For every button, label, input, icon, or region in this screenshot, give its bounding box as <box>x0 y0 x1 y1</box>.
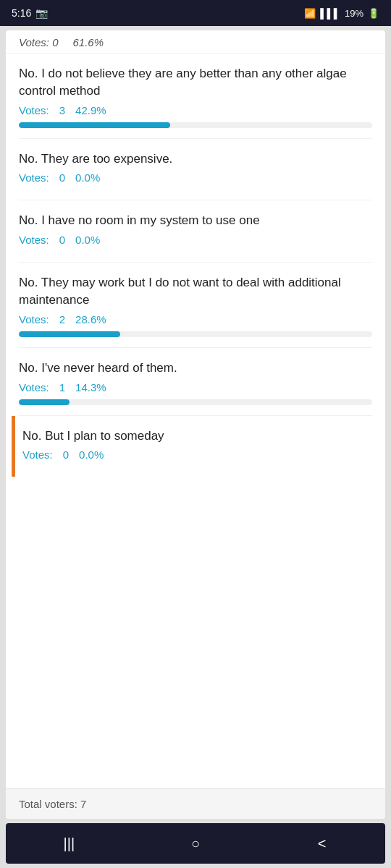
poll-options-container: No. I do not believe they are any better… <box>6 54 385 788</box>
vote-info-4: Votes: 2 28.6% <box>19 313 372 326</box>
votes-label-3: Votes: <box>19 234 49 246</box>
votes-count-5: 1 <box>59 381 65 393</box>
battery-icon: 🔋 <box>368 8 379 19</box>
camera-icon: 📷 <box>35 7 48 19</box>
poll-option-2: No. They are too expensive. Votes: 0 0.0… <box>19 139 372 201</box>
poll-option-6: No. But I plan to someday Votes: 0 0.0% <box>12 416 372 477</box>
vote-info-5: Votes: 1 14.3% <box>19 381 372 393</box>
votes-percent-6: 0.0% <box>79 448 104 461</box>
votes-count-3: 0 <box>59 234 65 246</box>
progress-bar-bg-4 <box>19 331 372 337</box>
progress-bar-fill-1 <box>19 122 170 128</box>
menu-icon[interactable]: ||| <box>51 826 86 861</box>
votes-count-1: 3 <box>59 104 65 116</box>
bottom-nav-bar: ||| ○ < <box>6 823 385 864</box>
option-text-6: No. But I plan to someday <box>22 427 372 445</box>
time-display: 5:16 <box>12 7 31 19</box>
votes-label-4: Votes: <box>19 313 49 326</box>
vote-info-2: Votes: 0 0.0% <box>19 171 372 184</box>
back-icon[interactable]: < <box>305 826 340 861</box>
home-icon[interactable]: ○ <box>178 826 213 861</box>
progress-bar-bg-5 <box>19 399 372 405</box>
votes-percent-1: 42.9% <box>75 104 106 116</box>
poll-card: Votes: 0 61.6% No. I do not believe they… <box>6 30 385 819</box>
votes-percent-4: 28.6% <box>75 313 106 326</box>
vote-info-3: Votes: 0 0.0% <box>19 234 372 246</box>
status-left: 5:16 📷 <box>12 7 48 19</box>
poll-option-4: No. They may work but I do not want to d… <box>19 263 372 348</box>
wifi-icon: 📶 <box>304 8 316 19</box>
status-bar: 5:16 📷 📶 ▌▌▌ 19% 🔋 <box>0 0 391 26</box>
option-text-5: No. I've never heard of them. <box>19 359 372 377</box>
votes-count-6: 0 <box>63 448 69 461</box>
option-text-4: No. They may work but I do not want to d… <box>19 274 372 309</box>
total-voters-row: Total voters: 7 <box>6 788 385 819</box>
poll-option-3: No. I have no room in my system to use o… <box>19 200 372 263</box>
progress-bar-fill-5 <box>19 399 70 405</box>
progress-bar-fill-4 <box>19 331 120 337</box>
vote-info-1: Votes: 3 42.9% <box>19 104 372 116</box>
votes-label-5: Votes: <box>19 381 49 393</box>
option-text-1: No. I do not believe they are any better… <box>19 65 372 100</box>
votes-percent-2: 0.0% <box>75 171 100 184</box>
battery-display: 19% <box>345 8 363 19</box>
partial-col1: Votes: 0 <box>19 36 58 48</box>
votes-percent-5: 14.3% <box>75 381 106 393</box>
votes-label-6: Votes: <box>22 448 53 461</box>
votes-percent-3: 0.0% <box>75 234 100 246</box>
status-right: 📶 ▌▌▌ 19% 🔋 <box>304 8 379 19</box>
votes-label-1: Votes: <box>19 104 49 116</box>
option-text-3: No. I have no room in my system to use o… <box>19 212 372 229</box>
votes-count-4: 2 <box>59 313 65 326</box>
signal-icon: ▌▌▌ <box>320 8 340 19</box>
partial-col2: 61.6% <box>72 36 104 48</box>
progress-bar-bg-1 <box>19 122 372 128</box>
option-text-2: No. They are too expensive. <box>19 150 372 168</box>
votes-count-2: 0 <box>59 171 65 184</box>
votes-label-2: Votes: <box>19 171 49 184</box>
vote-info-6: Votes: 0 0.0% <box>22 448 372 461</box>
poll-option-5: No. I've never heard of them. Votes: 1 1… <box>19 348 372 416</box>
poll-option-1: No. I do not believe they are any better… <box>19 54 372 139</box>
partial-top-row: Votes: 0 61.6% <box>6 30 385 54</box>
